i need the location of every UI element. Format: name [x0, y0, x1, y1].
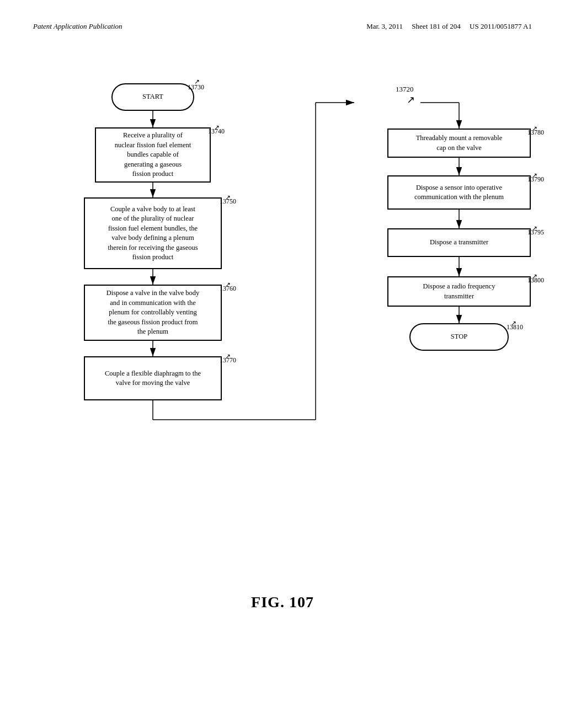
node-13740-bracket: ↗: [214, 124, 220, 132]
node-13790-label: Dispose a sensor into operative communic…: [414, 183, 504, 202]
sheet: Sheet 181 of 204: [412, 22, 460, 30]
date-sheet: Mar. 3, 2011 Sheet 181 of 204 US 2011/00…: [366, 22, 532, 31]
node-13780-bracket: ↗: [532, 125, 537, 133]
node-13750: Couple a valve body to at least one of t…: [84, 197, 222, 269]
node-13795-label: Dispose a transmitter: [430, 238, 488, 248]
node-13795-bracket: ↗: [532, 224, 537, 233]
node-13795: Dispose a transmitter: [387, 228, 531, 257]
node-13750-label: Couple a valve body to at least one of t…: [108, 205, 198, 263]
node-13720-arrow: ↗: [407, 94, 415, 106]
publication-label: Patent Application Publication: [33, 22, 122, 31]
stop-label: STOP: [451, 332, 467, 342]
node-13790: Dispose a sensor into operative communic…: [387, 175, 531, 210]
start-label: START: [142, 92, 163, 102]
node-13740: Receive a plurality of nuclear fission f…: [95, 127, 211, 183]
node-13740-label: Receive a plurality of nuclear fission f…: [115, 131, 191, 179]
node-13760: Dispose a valve in the valve body and in…: [84, 285, 222, 341]
node-13760-bracket: ↗: [225, 281, 231, 289]
node-13730-bracket: ↗: [194, 78, 200, 86]
patent-number: US 2011/0051877 A1: [470, 22, 532, 30]
stop-node: STOP: [409, 323, 509, 351]
node-13790-bracket: ↗: [532, 172, 537, 180]
node-13780: Threadably mount a removable cap on the …: [387, 129, 531, 158]
node-13770-bracket: ↗: [225, 352, 231, 361]
start-node: START: [111, 83, 194, 111]
figure-caption: FIG. 107: [33, 593, 532, 611]
node-13800-bracket: ↗: [532, 272, 537, 281]
page-header: Patent Application Publication Mar. 3, 2…: [33, 22, 532, 31]
page: Patent Application Publication Mar. 3, 2…: [0, 0, 565, 728]
node-13760-label: Dispose a valve in the valve body and in…: [106, 288, 200, 337]
node-13780-label: Threadably mount a removable cap on the …: [416, 133, 503, 153]
node-13770-label: Couple a flexible diaphragm to the valve…: [105, 369, 201, 388]
node-13720-id: 13720: [396, 85, 414, 94]
stop-bracket: ↗: [511, 319, 516, 328]
flowchart: START 13730 ↗ Receive a plurality of nuc…: [45, 53, 520, 582]
node-13770: Couple a flexible diaphragm to the valve…: [84, 356, 222, 400]
node-13750-bracket: ↗: [225, 194, 231, 202]
node-13800-label: Dispose a radio frequency transmitter: [423, 282, 495, 301]
node-13800: Dispose a radio frequency transmitter: [387, 276, 531, 307]
date: Mar. 3, 2011: [366, 22, 403, 30]
